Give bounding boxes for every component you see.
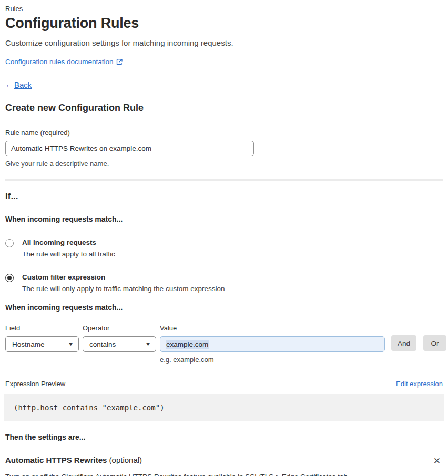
setting-title: Automatic HTTPS Rewrites (optional) (5, 456, 142, 464)
rule-name-label: Rule name (required) (5, 129, 443, 137)
value-input[interactable]: example.com (160, 336, 385, 352)
then-heading: Then the settings are... (5, 433, 443, 441)
rule-name-help: Give your rule a descriptive name. (5, 160, 443, 168)
chevron-down-icon: ▼ (68, 342, 74, 347)
documentation-link[interactable]: Configuration rules documentation (5, 58, 114, 66)
radio-option-label: All incoming requests (22, 239, 115, 246)
value-column-label: Value (160, 324, 385, 332)
radio-option-all-requests[interactable]: All incoming requests The rule will appl… (5, 239, 443, 258)
page-subtitle: Customize configuration settings for mat… (5, 38, 443, 47)
setting-optional-label: (optional) (107, 456, 142, 464)
radio-option-custom-filter[interactable]: Custom filter expression The rule will o… (5, 273, 443, 293)
back-link[interactable]: Back (14, 80, 32, 89)
value-hint: e.g. example.com (160, 356, 385, 364)
external-link-icon (116, 59, 123, 65)
builder-match-label: When incoming requests match... (5, 303, 443, 312)
if-heading: If... (5, 191, 443, 202)
setting-name: Automatic HTTPS Rewrites (5, 456, 107, 464)
operator-column-label: Operator (83, 324, 160, 332)
radio-unselected-icon[interactable] (5, 239, 14, 247)
radio-option-description: The rule will only apply to traffic matc… (22, 285, 225, 293)
field-select[interactable]: Hostname ▼ (5, 336, 79, 352)
radio-option-description: The rule will apply to all traffic (22, 250, 115, 258)
rule-name-input[interactable] (5, 141, 254, 156)
value-input-text: example.com (166, 340, 209, 349)
or-button[interactable]: Or (423, 335, 446, 351)
and-button[interactable]: And (391, 335, 416, 351)
setting-description: Turn on or off the Cloudflare Automatic … (5, 473, 443, 476)
section-divider (5, 179, 443, 181)
close-icon[interactable]: ✕ (431, 456, 443, 467)
operator-select-value: contains (89, 340, 116, 348)
field-select-value: Hostname (12, 340, 45, 348)
breadcrumb: Rules (5, 5, 443, 13)
radio-selected-icon[interactable] (5, 274, 14, 282)
expression-preview-code: (http.host contains "example.com") (4, 394, 444, 421)
field-column-label: Field (5, 324, 83, 332)
chevron-down-icon: ▼ (145, 342, 151, 347)
operator-select[interactable]: contains ▼ (83, 336, 156, 352)
radio-option-label: Custom filter expression (22, 273, 225, 281)
match-label: When incoming requests match... (5, 215, 443, 223)
expression-preview-label: Expression Preview (5, 380, 65, 388)
edit-expression-link[interactable]: Edit expression (396, 380, 443, 388)
create-rule-heading: Create new Configuration Rule (5, 102, 443, 113)
page-title: Configuration Rules (5, 15, 443, 32)
back-arrow-icon: ← (5, 80, 14, 89)
